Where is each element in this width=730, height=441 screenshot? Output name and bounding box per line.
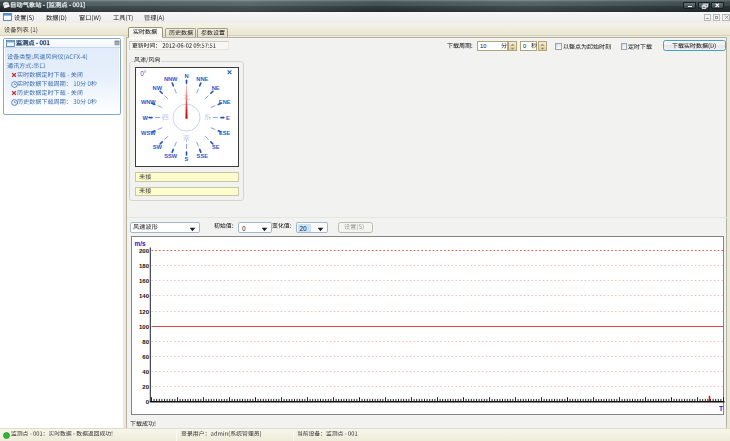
svg-text:T: T	[718, 405, 722, 412]
svg-text:W: W	[142, 114, 148, 120]
svg-text:E: E	[226, 114, 230, 120]
svg-text:NNW: NNW	[164, 76, 178, 82]
svg-text:100: 100	[138, 324, 149, 330]
svg-text:S: S	[184, 156, 188, 162]
svg-text:200: 200	[138, 248, 149, 254]
svg-text:0°: 0°	[140, 70, 147, 77]
svg-text:60: 60	[142, 354, 149, 360]
svg-text:WNW: WNW	[141, 99, 156, 105]
svg-text:0: 0	[145, 399, 149, 405]
svg-text:N: N	[184, 73, 188, 79]
svg-text:SSE: SSE	[196, 153, 208, 159]
svg-text:SSW: SSW	[164, 153, 178, 159]
svg-text:m/s: m/s	[134, 240, 145, 247]
svg-text:20: 20	[142, 384, 149, 390]
svg-text:160: 160	[138, 278, 149, 284]
svg-text:NNE: NNE	[196, 76, 208, 82]
svg-text:ESE: ESE	[219, 130, 231, 136]
svg-text:SW: SW	[153, 144, 163, 150]
svg-text:WSW: WSW	[141, 130, 156, 136]
svg-text:180: 180	[138, 263, 149, 269]
svg-text:SE: SE	[212, 144, 220, 150]
svg-text:NE: NE	[212, 85, 220, 91]
svg-text:80: 80	[142, 339, 149, 345]
svg-text:140: 140	[138, 293, 149, 299]
svg-text:120: 120	[138, 309, 149, 315]
svg-text:NW: NW	[152, 85, 162, 91]
svg-text:ENE: ENE	[219, 99, 231, 105]
svg-text:40: 40	[142, 369, 149, 375]
